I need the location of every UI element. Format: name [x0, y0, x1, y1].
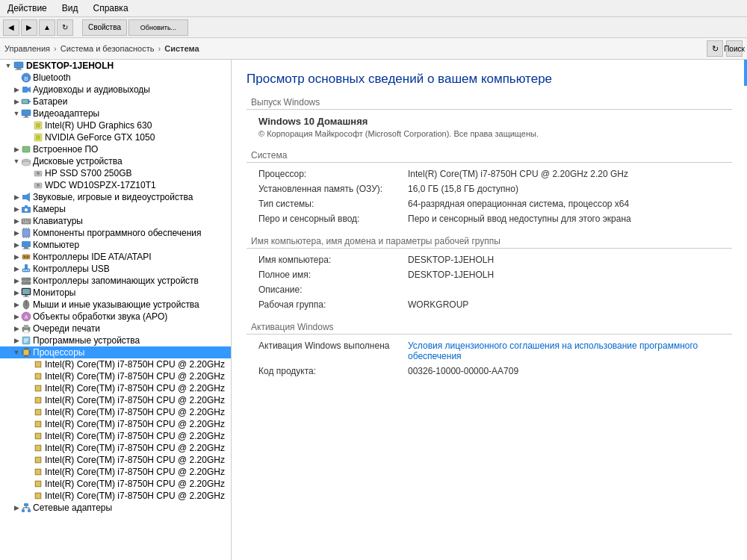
tree-item-ide-ctrl[interactable]: ▶ Контроллеры IDE ATA/ATAPI — [0, 251, 231, 263]
tree-item-cpu2[interactable]: Intel(R) Core(TM) i7-8750H CPU @ 2.20GHz — [0, 370, 231, 382]
tree-item-prog-devices[interactable]: ▶ Программные устройства — [0, 335, 231, 346]
svg-rect-25 — [22, 195, 26, 199]
svg-rect-63 — [25, 295, 28, 296]
svg-rect-110 — [36, 470, 40, 474]
svg-point-55 — [25, 270, 27, 271]
tree-item-keyboards[interactable]: ▶ Клавиатуры — [0, 215, 231, 227]
tree-item-batteries[interactable]: ▶ Батареи — [0, 96, 231, 108]
windows-copyright: © Корпорация Майкрософт (Microsoft Corpo… — [258, 129, 732, 138]
tree-item-cpu5[interactable]: Intel(R) Core(TM) i7-8750H CPU @ 2.20GHz — [0, 406, 231, 418]
tree-item-cpu8[interactable]: Intel(R) Core(TM) i7-8750H CPU @ 2.20GHz — [0, 442, 231, 454]
toolbar: ◀ ▶ ▲ ↻ Свойства Обновить... — [0, 17, 747, 38]
info-value-0[interactable]: Условия лицензионного соглашения на испо… — [408, 340, 732, 361]
tree-item-cpu4[interactable]: Intel(R) Core(TM) i7-8750H CPU @ 2.20GHz — [0, 394, 231, 406]
expand-icon-display: ▼ — [12, 110, 21, 117]
tree-item-cameras[interactable]: ▶ Камеры — [0, 203, 231, 215]
activation-rows: Активация Windows выполненаУсловия лицен… — [247, 340, 732, 376]
search-button[interactable]: Поиск — [726, 40, 743, 57]
svg-rect-47 — [24, 247, 28, 249]
tree-item-apo[interactable]: ▶ A Объекты обработки звука (APO) — [0, 311, 231, 323]
tree-item-storage-ctrl[interactable]: ▶ Контроллеры запоминающих устройств — [0, 275, 231, 287]
tree-item-cpu12[interactable]: Intel(R) Core(TM) i7-8750H CPU @ 2.20GHz — [0, 490, 231, 502]
tree-label-batteries: Батареи — [33, 96, 67, 107]
svg-text:A: A — [25, 314, 28, 320]
tree-item-cpu6[interactable]: Intel(R) Core(TM) i7-8750H CPU @ 2.20GHz — [0, 418, 231, 430]
scan-button[interactable]: Обновить... — [128, 19, 188, 36]
svg-point-51 — [27, 256, 29, 258]
svg-point-22 — [37, 172, 40, 175]
tree-item-net-adapters[interactable]: ▶ Сетевые адаптеры — [0, 502, 231, 514]
svg-rect-102 — [36, 422, 40, 426]
svg-rect-33 — [27, 220, 28, 220]
info-label-3: Перо и сенсорный ввод: — [258, 214, 408, 224]
refresh-button[interactable]: ↻ — [57, 19, 73, 36]
svg-rect-9 — [22, 100, 28, 103]
tree-label-processors: Процессоры — [33, 347, 85, 358]
refresh-addr-button[interactable]: ↻ — [707, 40, 723, 57]
expand-icon-processors: ▼ — [12, 349, 21, 356]
tree-item-mice[interactable]: ▶ Мыши и иные указывающие устройства — [0, 299, 231, 311]
forward-button[interactable]: ▶ — [21, 19, 37, 36]
svg-rect-12 — [23, 117, 29, 118]
tree-label-net-adapters: Сетевые адаптеры — [33, 503, 112, 513]
tree-item-cpu9[interactable]: Intel(R) Core(TM) i7-8750H CPU @ 2.20GHz — [0, 454, 231, 466]
expand-icon-audio-io: ▶ — [12, 86, 21, 93]
tree-label-cpu11: Intel(R) Core(TM) i7-8750H CPU @ 2.20GHz — [45, 479, 225, 489]
info-value-1: 16,0 ГБ (15,8 ГБ доступно) — [408, 184, 732, 194]
svg-point-59 — [28, 279, 30, 280]
up-button[interactable]: ▲ — [39, 19, 55, 36]
properties-button[interactable]: Свойства — [82, 19, 127, 36]
tree-label-cpu8: Intel(R) Core(TM) i7-8750H CPU @ 2.20GHz — [45, 443, 225, 453]
svg-rect-1 — [16, 68, 21, 69]
tree-item-print-queues[interactable]: ▶ Очереди печати — [0, 323, 231, 335]
tree-container: B Bluetooth ▶ Аудиовходы и аудиовыходы ▶… — [0, 72, 231, 514]
tree-item-processors[interactable]: ▼ Процессоры — [0, 346, 231, 358]
tree-item-computer[interactable]: ▶ Компьютер — [0, 239, 231, 251]
device-tree: ▼ DESKTOP-1JEHOLH B Bluetooth ▶ Аудиовхо… — [0, 60, 232, 560]
tree-item-cpu7[interactable]: Intel(R) Core(TM) i7-8750H CPU @ 2.20GHz — [0, 430, 231, 442]
expand-icon-built-in: ▶ — [12, 146, 21, 153]
tree-item-intel-gpu[interactable]: Intel(R) UHD Graphics 630 — [0, 119, 231, 131]
tree-root[interactable]: ▼ DESKTOP-1JEHOLH — [0, 60, 231, 72]
path-part-2[interactable]: Система и безопасность — [61, 44, 155, 53]
info-row-3: Рабочая группа:WORKGROUP — [247, 299, 732, 310]
tree-item-cpu10[interactable]: Intel(R) Core(TM) i7-8750H CPU @ 2.20GHz — [0, 466, 231, 478]
tree-item-nvidia-gpu[interactable]: NVIDIA GeForce GTX 1050 — [0, 131, 231, 143]
tree-item-cpu1[interactable]: Intel(R) Core(TM) i7-8750H CPU @ 2.20GHz — [0, 358, 231, 370]
tree-item-hp-ssd[interactable]: HP SSD S700 250GB — [0, 167, 231, 179]
tree-item-usb-ctrl[interactable]: ▶ Контроллеры USB — [0, 263, 231, 275]
svg-rect-52 — [25, 264, 28, 269]
back-button[interactable]: ◀ — [3, 19, 19, 36]
system-info-panel: Просмотр основных сведений о вашем компь… — [232, 60, 747, 560]
tree-label-cpu1: Intel(R) Core(TM) i7-8750H CPU @ 2.20GHz — [45, 359, 225, 370]
tree-item-display[interactable]: ▼ Видеоадаптеры — [0, 108, 231, 119]
path-part-1[interactable]: Управления — [4, 44, 50, 53]
info-label-2: Описание: — [258, 284, 408, 295]
svg-rect-17 — [22, 146, 30, 152]
svg-rect-92 — [36, 362, 40, 367]
svg-text:B: B — [24, 75, 28, 82]
system-rows: Процессор:Intel(R) Core(TM) i7-8750H CPU… — [247, 169, 732, 224]
tree-item-monitors[interactable]: ▶ Мониторы — [0, 287, 231, 299]
svg-rect-78 — [24, 350, 28, 355]
expand-icon-keyboards: ▶ — [12, 217, 21, 225]
expand-icon-computer: ▶ — [12, 241, 21, 249]
tree-item-cpu3[interactable]: Intel(R) Core(TM) i7-8750H CPU @ 2.20GHz — [0, 382, 231, 394]
tree-item-built-in[interactable]: ▶ Встроенное ПО — [0, 143, 231, 155]
menu-help[interactable]: Справка — [88, 1, 132, 15]
tree-item-audio-io[interactable]: ▶ Аудиовходы и аудиовыходы — [0, 84, 231, 96]
svg-rect-48 — [22, 249, 30, 249]
svg-rect-34 — [29, 220, 30, 220]
menu-view[interactable]: Вид — [58, 1, 83, 15]
tree-item-bluetooth[interactable]: B Bluetooth — [0, 72, 231, 84]
info-row-0: Имя компьютера:DESKTOP-1JEHOLH — [247, 255, 732, 265]
info-row-2: Тип системы:64-разрядная операционная си… — [247, 199, 732, 209]
tree-item-sound[interactable]: ▶ Звуковые, игровые и видеоустройства — [0, 191, 231, 203]
menu-action[interactable]: Действие — [3, 1, 52, 15]
tree-item-cpu11[interactable]: Intel(R) Core(TM) i7-8750H CPU @ 2.20GHz — [0, 478, 231, 490]
tree-item-components[interactable]: ▶ Компоненты программного обеспечения — [0, 227, 231, 239]
tree-item-disk-drives[interactable]: ▼ Дисковые устройства — [0, 155, 231, 167]
svg-rect-98 — [36, 398, 40, 402]
tree-item-wdc-hdd[interactable]: WDC WD10SPZX-17Z10T1 — [0, 179, 231, 191]
info-label-2: Тип системы: — [258, 199, 408, 209]
